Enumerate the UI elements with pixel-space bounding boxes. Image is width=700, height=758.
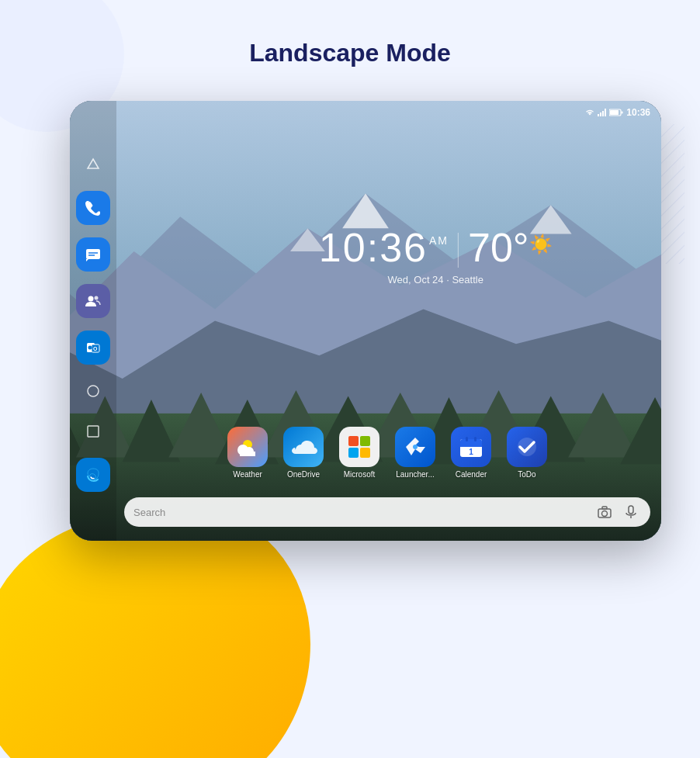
onedrive-app-label: OneDrive [287, 470, 320, 479]
svg-rect-57 [466, 437, 468, 441]
back-nav-icon[interactable] [79, 151, 107, 178]
svg-marker-36 [88, 159, 99, 168]
svg-rect-56 [460, 445, 482, 447]
weather-sun-icon: ☀️ [529, 234, 553, 255]
onedrive-app[interactable]: OneDrive [283, 427, 324, 479]
temperature-value: 70° [468, 224, 529, 271]
svg-rect-64 [629, 506, 633, 514]
microsoft-app-icon [339, 427, 379, 467]
svg-marker-38 [86, 259, 88, 261]
status-bar: 10:36 [584, 107, 650, 118]
svg-rect-35 [622, 112, 623, 114]
left-sidebar: O [70, 101, 116, 541]
app-grid: Weather OneDrive [124, 427, 650, 479]
svg-point-41 [88, 296, 94, 301]
svg-point-46 [88, 345, 92, 349]
svg-rect-34 [610, 110, 619, 115]
svg-rect-30 [600, 112, 601, 116]
clock-widget: 10:36 AM 70° ☀️ Wed, Oct 24 · Seattle [319, 224, 553, 286]
outlook-app-icon[interactable]: O [76, 331, 110, 365]
svg-point-42 [95, 296, 99, 299]
teams-app-icon[interactable] [76, 284, 110, 318]
calendar-app[interactable]: 1 Calender [451, 427, 491, 479]
weather-app-label: Weather [233, 470, 262, 479]
microsoft-app-label: Microsoft [344, 470, 376, 479]
search-action-icons [594, 502, 641, 522]
svg-point-62 [602, 511, 608, 517]
calendar-app-label: Calender [456, 470, 487, 479]
onedrive-app-icon [283, 427, 324, 467]
clock-divider [458, 233, 459, 268]
camera-search-icon[interactable] [594, 502, 615, 522]
svg-rect-52 [240, 452, 255, 456]
svg-rect-48 [88, 426, 99, 437]
svg-text:1: 1 [469, 448, 473, 456]
svg-rect-63 [602, 507, 607, 509]
launcher-app-icon [395, 427, 435, 467]
search-placeholder: Search [133, 507, 594, 518]
phone-app-icon[interactable] [76, 191, 110, 225]
svg-point-53 [413, 445, 418, 449]
svg-rect-37 [86, 249, 100, 259]
launcher-app[interactable]: Launcher... [395, 427, 435, 479]
clock-display: 10:36 AM [319, 227, 449, 268]
svg-rect-31 [602, 111, 604, 116]
clock-time-value: 10:36 [319, 227, 428, 268]
svg-text:O: O [93, 346, 98, 351]
svg-point-47 [88, 386, 99, 396]
svg-rect-32 [605, 109, 606, 116]
phone-mockup: 10:36 [70, 101, 661, 541]
status-time: 10:36 [626, 107, 650, 118]
microsoft-app[interactable]: Microsoft [339, 427, 379, 479]
todo-app-icon [507, 427, 547, 467]
page-title: Landscape Mode [0, 39, 700, 67]
phone-screen: 10:36 [70, 101, 661, 541]
launcher-app-label: Launcher... [396, 470, 434, 479]
weather-app[interactable]: Weather [227, 427, 268, 479]
svg-rect-58 [474, 437, 476, 441]
home-nav-icon[interactable] [79, 377, 107, 405]
search-bar[interactable]: Search [124, 497, 650, 527]
weather-display: 70° ☀️ [468, 224, 553, 271]
todo-app[interactable]: ToDo [507, 427, 547, 479]
clock-ampm: AM [429, 235, 449, 246]
clock-date: Wed, Oct 24 · Seattle [319, 274, 553, 286]
voice-search-icon[interactable] [621, 502, 641, 522]
blob-decoration-yellow [0, 510, 310, 758]
status-icons [584, 109, 623, 117]
recents-nav-icon[interactable] [79, 417, 107, 445]
weather-app-icon [227, 427, 268, 467]
edge-app-icon[interactable] [76, 458, 110, 492]
todo-app-label: ToDo [518, 470, 535, 479]
messages-app-icon[interactable] [76, 237, 110, 272]
svg-rect-29 [598, 114, 599, 116]
calendar-app-icon: 1 [451, 427, 491, 467]
